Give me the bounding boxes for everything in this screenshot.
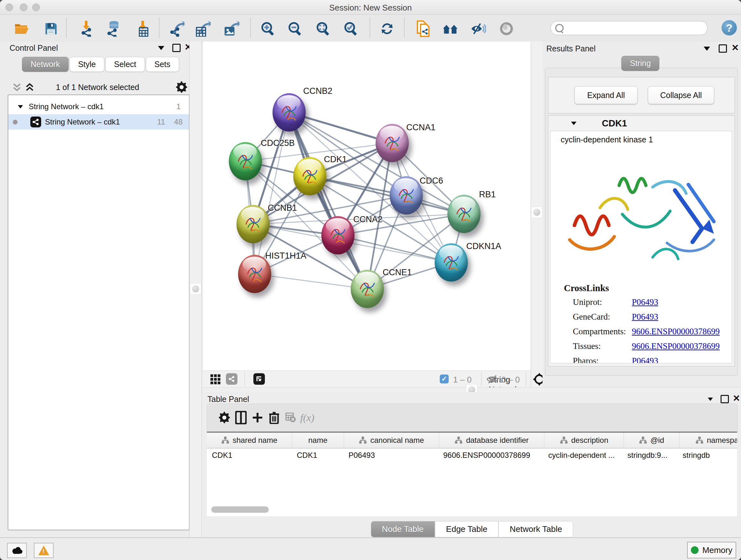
tab-select[interactable]: Select: [105, 57, 145, 72]
node-label: CDC25B: [261, 138, 295, 148]
show-graphics-button[interactable]: [469, 20, 487, 37]
compartments-link[interactable]: 9606.ENSP00000378699: [632, 327, 720, 336]
copy-annotations-button[interactable]: [414, 20, 432, 37]
tab-sets[interactable]: Sets: [146, 57, 179, 72]
table-settings-gear-icon[interactable]: [217, 410, 232, 426]
scrollbar-thumb[interactable]: [211, 506, 269, 513]
collapse-all-icon[interactable]: [12, 82, 22, 92]
import-database-button[interactable]: [105, 20, 122, 37]
selected-nodes-checkbox[interactable]: ✓: [440, 374, 449, 383]
network-node-CCNE1[interactable]: [351, 270, 384, 308]
zoom-out-button[interactable]: [286, 20, 304, 37]
close-panel-icon[interactable]: ✕: [733, 395, 740, 401]
delete-table-icon: [283, 410, 298, 426]
table-tabs: Node TableEdge TableNetwork Table: [203, 521, 741, 537]
close-panel-icon[interactable]: ✕: [731, 45, 739, 51]
pharos-link[interactable]: P06493: [632, 356, 658, 363]
zoom-in-button[interactable]: [259, 20, 277, 37]
warnings-button[interactable]: [34, 543, 54, 558]
node-label: CCNB2: [303, 86, 333, 96]
right-splitter[interactable]: [531, 42, 543, 387]
network-node-CDC25B[interactable]: [229, 142, 262, 180]
expand-collapse-box: Expand All Collapse All: [548, 77, 735, 113]
crosslink-row: Uniprot:P06493: [573, 297, 726, 310]
network-node-CCNA1[interactable]: [376, 124, 409, 162]
tissues-link[interactable]: 9606.ENSP00000378699: [632, 341, 720, 351]
hide-graphics-button[interactable]: [497, 20, 515, 37]
float-panel-icon[interactable]: [719, 44, 727, 53]
tab-network[interactable]: Network: [22, 57, 69, 72]
genecard-link[interactable]: P06493: [632, 312, 658, 322]
import-network-button[interactable]: [77, 20, 95, 37]
grid-view-icon[interactable]: [210, 374, 221, 385]
search-input[interactable]: [566, 23, 707, 33]
cloud-button[interactable]: [7, 543, 27, 558]
refresh-button[interactable]: [378, 20, 396, 37]
tab-node-table[interactable]: Node Table: [371, 521, 435, 537]
node-table[interactable]: shared name name canonical name database…: [207, 432, 737, 516]
network-node-CDC6[interactable]: [390, 176, 423, 214]
float-menu-icon[interactable]: [708, 397, 713, 401]
cdk1-section: CDK1 cyclin-dependent kinase 1: [548, 115, 735, 367]
network-canvas[interactable]: CCNB2CCNA1CDC25BCDK1CDC6RB1CCNB1CCNA2CDK…: [203, 42, 531, 370]
home-button[interactable]: [442, 20, 460, 37]
node-label: CDKN1A: [466, 241, 501, 251]
expand-all-icon[interactable]: [25, 82, 35, 92]
open-session-button[interactable]: [13, 20, 30, 37]
network-node-CDKN1A[interactable]: [434, 243, 468, 282]
uniprot-link[interactable]: P06493: [632, 297, 658, 307]
memory-button[interactable]: Memory: [687, 542, 736, 558]
birdseye-view-icon[interactable]: [253, 373, 265, 385]
expand-all-button[interactable]: Expand All: [575, 86, 637, 104]
network-node-CCNB2[interactable]: [273, 93, 306, 132]
help-button[interactable]: ?: [722, 20, 737, 36]
table-row[interactable]: CDK1 CDK1 P06493 9606.ENSP00000378699 cy…: [207, 449, 737, 462]
network-row-selected[interactable]: String Network – cdk1 11 48: [8, 114, 189, 130]
results-panel-title: Results Panel: [546, 44, 596, 53]
column-type-icon: [560, 436, 568, 444]
tab-edge-table[interactable]: Edge Table: [435, 521, 499, 537]
save-session-button[interactable]: [42, 20, 60, 37]
collapse-icon[interactable]: [571, 121, 577, 125]
cdk1-section-header[interactable]: CDK1: [548, 116, 735, 131]
protein-ribbon-thumbnail: [328, 225, 347, 246]
network-node-CCNA2[interactable]: [321, 216, 354, 254]
network-edge[interactable]: [255, 274, 367, 289]
float-panel-icon[interactable]: [172, 44, 181, 52]
node-label: CDK1: [324, 154, 347, 165]
crosslink-row: GeneCard:P06493: [573, 312, 726, 325]
delete-column-trash-icon[interactable]: [266, 410, 282, 426]
export-network-button[interactable]: [167, 20, 185, 37]
tab-string[interactable]: String: [620, 56, 659, 71]
network-node-CDK1[interactable]: [293, 157, 327, 195]
network-overview-icon[interactable]: [226, 373, 238, 385]
float-panel-icon[interactable]: [721, 395, 729, 403]
tab-network-table[interactable]: Network Table: [498, 521, 573, 537]
network-edge[interactable]: [338, 235, 451, 262]
gear-icon[interactable]: [176, 81, 188, 93]
network-node-CCNB1[interactable]: [237, 205, 270, 243]
network-node-RB1[interactable]: [448, 195, 481, 233]
zoom-selected-button[interactable]: [342, 20, 360, 37]
export-table-button[interactable]: [194, 20, 212, 37]
network-collection-row[interactable]: String Network – cdk1 1: [8, 99, 189, 114]
add-column-icon[interactable]: [250, 410, 265, 426]
collapse-icon[interactable]: [18, 105, 23, 108]
left-splitter[interactable]: [189, 42, 202, 537]
float-menu-icon[interactable]: [158, 46, 164, 50]
import-table-button[interactable]: [134, 20, 151, 37]
zoom-fit-button[interactable]: [314, 20, 332, 37]
network-edge[interactable]: [289, 112, 367, 289]
table-horizontal-scrollbar[interactable]: [207, 504, 737, 515]
show-columns-icon[interactable]: [233, 410, 249, 426]
control-panel: Control Panel ✕ NetworkStyleSelectSets 1…: [0, 42, 189, 537]
search-field[interactable]: [550, 21, 708, 35]
splitter-handle[interactable]: [531, 206, 542, 218]
splitter-handle[interactable]: [190, 283, 201, 295]
tab-style[interactable]: Style: [70, 57, 105, 72]
float-menu-icon[interactable]: [704, 47, 710, 51]
crosslink-row: Tissues:9606.ENSP00000378699: [573, 341, 726, 354]
export-image-button[interactable]: [222, 20, 240, 37]
network-edge[interactable]: [255, 112, 289, 274]
collapse-all-button[interactable]: Collapse All: [648, 86, 714, 104]
